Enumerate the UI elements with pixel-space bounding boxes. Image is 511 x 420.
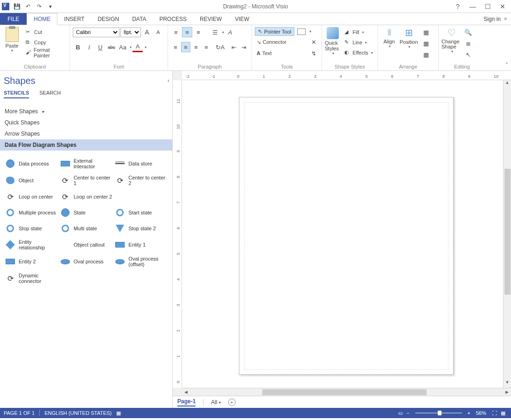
scroll-down-button[interactable]: ▼ xyxy=(504,380,511,388)
shape-multiple-process[interactable]: Multiple process xyxy=(4,205,59,220)
tab-file[interactable]: FILE xyxy=(0,13,27,25)
strike-button[interactable]: abc xyxy=(106,42,117,52)
collapse-shapes-button[interactable]: ‹ xyxy=(168,77,169,84)
bring-front-button[interactable]: ▦ xyxy=(421,27,431,37)
qat-customize[interactable]: ▾ xyxy=(45,1,56,12)
shape-oval-process[interactable]: Oval process xyxy=(59,253,114,270)
effects-button[interactable]: ◐Effects▾ xyxy=(343,48,375,58)
rotate-text-button[interactable]: ↻A xyxy=(216,42,225,52)
maximize-button[interactable]: ☐ xyxy=(484,3,491,10)
scroll-left-button[interactable]: ◀ xyxy=(182,388,190,396)
page[interactable] xyxy=(239,97,454,375)
shrink-font-button[interactable]: A xyxy=(153,27,163,37)
minimize-button[interactable]: — xyxy=(469,3,476,10)
shape-start-state[interactable]: Start state xyxy=(113,205,168,220)
select-button[interactable]: ↖ xyxy=(463,49,473,60)
shape-entity-2[interactable]: Entity 2 xyxy=(4,253,59,270)
change-case-button[interactable]: Aa xyxy=(118,42,128,52)
align-top-button[interactable]: ≡ xyxy=(171,27,181,37)
shape-entity-relationship[interactable]: Entity relationship xyxy=(4,236,59,253)
line-button[interactable]: ✎Line▾ xyxy=(343,37,375,48)
paste-button[interactable]: Paste ▾ xyxy=(3,27,21,53)
x-tool-button[interactable]: ✕ xyxy=(308,37,319,47)
vertical-scrollbar[interactable]: ▲ ▼ xyxy=(503,80,511,388)
font-color-button[interactable]: A xyxy=(133,42,143,52)
send-back-button[interactable]: ▦ xyxy=(421,38,431,48)
layers-button[interactable]: ≣ xyxy=(463,38,473,48)
clear-formatting-button[interactable]: A xyxy=(225,27,235,37)
zoom-level[interactable]: 56% xyxy=(476,410,486,416)
zoom-in-button[interactable]: + xyxy=(468,410,470,416)
shape-object[interactable]: Object xyxy=(4,172,59,189)
align-center-button[interactable]: ≡ xyxy=(181,42,190,52)
group-button[interactable]: ▦ xyxy=(421,49,431,60)
all-pages-button[interactable]: All▴ xyxy=(211,399,220,406)
shape-dynamic-connector[interactable]: ⟳Dynamic connector xyxy=(4,270,59,287)
pointer-tool-button[interactable]: ↖Pointer Tool xyxy=(255,27,294,36)
tab-review[interactable]: REVIEW xyxy=(193,13,228,25)
more-shapes-item[interactable]: More Shapes▸ xyxy=(4,106,168,117)
shape-oval-process-offset-[interactable]: Oval process (offset) xyxy=(113,253,168,270)
drawing-canvas[interactable] xyxy=(182,80,503,388)
shape-data-store[interactable]: Data store xyxy=(113,155,168,172)
grow-font-button[interactable]: A xyxy=(142,27,152,37)
tab-insert[interactable]: INSERT xyxy=(57,13,91,25)
change-shape-button[interactable]: ♡ Change Shape▾ xyxy=(441,27,462,54)
shape-object-callout[interactable]: Object callout xyxy=(59,236,114,253)
shape-loop-on-center-2[interactable]: ⟳Loop on center 2 xyxy=(59,189,114,205)
align-bottom-button[interactable]: ≡ xyxy=(193,27,203,37)
connector-tool-button[interactable]: ↘Connector xyxy=(255,37,288,47)
align-middle-button[interactable]: ≡ xyxy=(182,27,192,37)
find-button[interactable]: 🔍 xyxy=(463,27,473,37)
justify-button[interactable]: ≡ xyxy=(202,42,211,52)
stencils-tab[interactable]: STENCILS xyxy=(4,90,29,98)
vscroll-thumb[interactable] xyxy=(504,169,511,295)
cut-button[interactable]: ✂Cut xyxy=(24,27,67,37)
shape-loop-on-center[interactable]: ⟳Loop on center xyxy=(4,189,59,205)
shape-multi-state[interactable]: Multi state xyxy=(59,220,114,236)
language-status[interactable]: ENGLISH (UNITED STATES) xyxy=(44,410,112,416)
undo-button[interactable]: ↶ xyxy=(23,1,33,12)
quick-shapes-item[interactable]: Quick Shapes xyxy=(4,117,168,128)
tab-data[interactable]: DATA xyxy=(126,13,153,25)
bold-button[interactable]: B xyxy=(73,42,83,52)
underline-button[interactable]: U xyxy=(95,42,105,52)
shape-data-process[interactable]: Data process xyxy=(4,155,59,172)
increase-indent-button[interactable]: ⇥ xyxy=(239,42,249,52)
save-button[interactable]: 💾 xyxy=(12,1,22,12)
zoom-slider[interactable] xyxy=(415,413,462,413)
collapse-ribbon-button[interactable]: ˄ xyxy=(505,62,508,69)
sign-in-link[interactable]: Sign in xyxy=(483,16,501,22)
add-page-button[interactable]: + xyxy=(228,399,236,406)
switch-windows-button[interactable]: ▦ xyxy=(501,410,505,416)
close-button[interactable]: ✕ xyxy=(499,3,506,10)
format-painter-button[interactable]: 🖌Format Painter xyxy=(24,48,67,58)
shape-stop-state-2[interactable]: Stop state 2 xyxy=(113,220,168,236)
italic-button[interactable]: I xyxy=(84,42,94,52)
scroll-up-button[interactable]: ▲ xyxy=(504,80,511,88)
shape-state[interactable]: State xyxy=(59,205,114,220)
font-name-select[interactable]: Calibri xyxy=(73,28,119,37)
copy-button[interactable]: ⧉Copy xyxy=(24,37,67,48)
search-tab[interactable]: SEARCH xyxy=(39,90,61,98)
redo-button[interactable]: ↷ xyxy=(34,1,44,12)
rectangle-tool-button[interactable] xyxy=(297,28,306,35)
fill-button[interactable]: ◢Fill▾ xyxy=(343,27,375,37)
tab-home[interactable]: HOME xyxy=(27,13,57,25)
macro-icon[interactable]: ▦ xyxy=(116,410,121,416)
zoom-out-button[interactable]: − xyxy=(406,410,409,416)
hscroll-thumb[interactable] xyxy=(262,389,427,395)
bullets-button[interactable]: ☰ xyxy=(210,27,220,37)
fit-page-button[interactable]: ⛶ xyxy=(492,410,497,416)
text-tool-button[interactable]: AText xyxy=(255,48,273,58)
shape-stop-state[interactable]: Stop state xyxy=(4,220,59,236)
help-button[interactable]: ? xyxy=(454,3,462,10)
tab-view[interactable]: VIEW xyxy=(228,13,256,25)
quick-styles-button[interactable]: Quick Styles▾ xyxy=(325,27,341,55)
font-size-select[interactable]: 8pt. xyxy=(120,28,141,37)
position-button[interactable]: ⊞ Position▾ xyxy=(399,27,419,49)
dfd-shapes-item[interactable]: Data Flow Diagram Shapes xyxy=(0,139,172,151)
decrease-indent-button[interactable]: ⇤ xyxy=(229,42,238,52)
align-left-button[interactable]: ≡ xyxy=(171,42,180,52)
horizontal-scrollbar[interactable]: ◀ ▶ xyxy=(182,388,511,396)
